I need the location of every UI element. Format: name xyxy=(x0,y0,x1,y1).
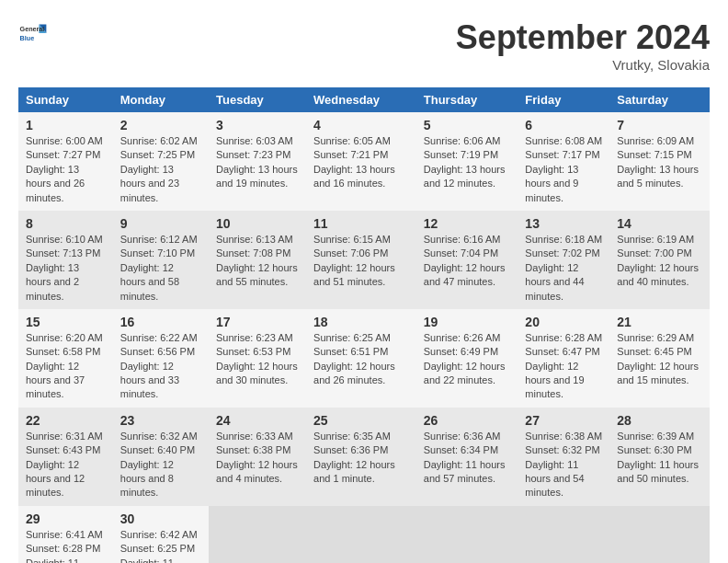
calendar-cell: 1Sunrise: 6:00 AMSunset: 7:27 PMDaylight… xyxy=(18,112,113,211)
day-number: 28 xyxy=(617,413,702,428)
cell-content: Sunrise: 6:39 AMSunset: 6:30 PMDaylight:… xyxy=(617,430,702,487)
cell-content: Sunrise: 6:42 AMSunset: 6:25 PMDaylight:… xyxy=(120,528,201,563)
day-number: 25 xyxy=(313,413,409,428)
calendar-cell xyxy=(609,506,710,563)
cell-content: Sunrise: 6:32 AMSunset: 6:40 PMDaylight:… xyxy=(120,430,201,500)
day-number: 15 xyxy=(26,315,106,329)
day-number: 2 xyxy=(120,118,201,132)
cell-content: Sunrise: 6:25 AMSunset: 6:51 PMDaylight:… xyxy=(313,331,409,388)
cell-content: Sunrise: 6:22 AMSunset: 6:56 PMDaylight:… xyxy=(120,331,201,402)
day-number: 13 xyxy=(525,216,602,231)
calendar-cell: 17Sunrise: 6:23 AMSunset: 6:53 PMDayligh… xyxy=(209,309,306,408)
calendar-cell: 19Sunrise: 6:26 AMSunset: 6:49 PMDayligh… xyxy=(416,309,518,408)
calendar-cell xyxy=(518,506,609,563)
cell-content: Sunrise: 6:10 AMSunset: 7:13 PMDaylight:… xyxy=(26,233,106,304)
cell-content: Sunrise: 6:09 AMSunset: 7:15 PMDaylight:… xyxy=(617,134,702,191)
day-number: 27 xyxy=(525,413,602,428)
calendar-cell: 8Sunrise: 6:10 AMSunset: 7:13 PMDaylight… xyxy=(18,211,113,309)
calendar-cell xyxy=(209,506,306,563)
calendar-cell: 3Sunrise: 6:03 AMSunset: 7:23 PMDaylight… xyxy=(209,112,306,211)
calendar-cell xyxy=(416,506,518,563)
calendar-week-row: 8Sunrise: 6:10 AMSunset: 7:13 PMDaylight… xyxy=(18,211,710,309)
calendar-cell: 26Sunrise: 6:36 AMSunset: 6:34 PMDayligh… xyxy=(416,408,518,506)
cell-content: Sunrise: 6:18 AMSunset: 7:02 PMDaylight:… xyxy=(525,233,602,304)
cell-content: Sunrise: 6:38 AMSunset: 6:32 PMDaylight:… xyxy=(525,430,602,500)
calendar-cell: 13Sunrise: 6:18 AMSunset: 7:02 PMDayligh… xyxy=(518,211,609,309)
day-number: 11 xyxy=(313,216,409,231)
cell-content: Sunrise: 6:28 AMSunset: 6:47 PMDaylight:… xyxy=(525,331,602,402)
day-number: 18 xyxy=(313,315,409,329)
cell-content: Sunrise: 6:13 AMSunset: 7:08 PMDaylight:… xyxy=(216,233,299,290)
cell-content: Sunrise: 6:16 AMSunset: 7:04 PMDaylight:… xyxy=(424,233,511,290)
calendar-cell: 29Sunrise: 6:41 AMSunset: 6:28 PMDayligh… xyxy=(18,506,113,563)
day-number: 23 xyxy=(120,413,201,428)
calendar-cell: 14Sunrise: 6:19 AMSunset: 7:00 PMDayligh… xyxy=(609,211,710,309)
cell-content: Sunrise: 6:00 AMSunset: 7:27 PMDaylight:… xyxy=(26,134,106,205)
day-number: 1 xyxy=(26,118,106,132)
cell-content: Sunrise: 6:29 AMSunset: 6:45 PMDaylight:… xyxy=(617,331,702,388)
calendar-cell: 24Sunrise: 6:33 AMSunset: 6:38 PMDayligh… xyxy=(209,408,306,506)
calendar-cell: 7Sunrise: 6:09 AMSunset: 7:15 PMDaylight… xyxy=(609,112,710,211)
calendar-cell: 6Sunrise: 6:08 AMSunset: 7:17 PMDaylight… xyxy=(518,112,609,211)
calendar-cell: 4Sunrise: 6:05 AMSunset: 7:21 PMDaylight… xyxy=(306,112,416,211)
cell-content: Sunrise: 6:23 AMSunset: 6:53 PMDaylight:… xyxy=(216,331,299,388)
cell-content: Sunrise: 6:26 AMSunset: 6:49 PMDaylight:… xyxy=(424,331,511,388)
cell-content: Sunrise: 6:41 AMSunset: 6:28 PMDaylight:… xyxy=(26,528,106,563)
col-friday: Friday xyxy=(518,87,609,112)
page-header: General Blue September 2024 Vrutky, Slov… xyxy=(18,18,710,73)
col-sunday: Sunday xyxy=(18,87,113,112)
calendar-header-row: Sunday Monday Tuesday Wednesday Thursday… xyxy=(18,87,710,112)
location: Vrutky, Slovakia xyxy=(456,57,710,73)
calendar-cell: 5Sunrise: 6:06 AMSunset: 7:19 PMDaylight… xyxy=(416,112,518,211)
day-number: 14 xyxy=(617,216,702,231)
calendar-cell: 23Sunrise: 6:32 AMSunset: 6:40 PMDayligh… xyxy=(113,408,209,506)
calendar-cell: 10Sunrise: 6:13 AMSunset: 7:08 PMDayligh… xyxy=(209,211,306,309)
month-title: September 2024 xyxy=(456,18,710,57)
cell-content: Sunrise: 6:33 AMSunset: 6:38 PMDaylight:… xyxy=(216,430,299,487)
cell-content: Sunrise: 6:35 AMSunset: 6:36 PMDaylight:… xyxy=(313,430,409,487)
calendar-cell: 11Sunrise: 6:15 AMSunset: 7:06 PMDayligh… xyxy=(306,211,416,309)
calendar-cell: 2Sunrise: 6:02 AMSunset: 7:25 PMDaylight… xyxy=(113,112,209,211)
day-number: 24 xyxy=(216,413,299,428)
day-number: 6 xyxy=(525,118,602,132)
day-number: 26 xyxy=(424,413,511,428)
day-number: 5 xyxy=(424,118,511,132)
cell-content: Sunrise: 6:05 AMSunset: 7:21 PMDaylight:… xyxy=(313,134,409,191)
cell-content: Sunrise: 6:19 AMSunset: 7:00 PMDaylight:… xyxy=(617,233,702,290)
cell-content: Sunrise: 6:02 AMSunset: 7:25 PMDaylight:… xyxy=(120,134,201,205)
day-number: 3 xyxy=(216,118,299,132)
calendar-cell: 20Sunrise: 6:28 AMSunset: 6:47 PMDayligh… xyxy=(518,309,609,408)
col-tuesday: Tuesday xyxy=(209,87,306,112)
cell-content: Sunrise: 6:03 AMSunset: 7:23 PMDaylight:… xyxy=(216,134,299,191)
calendar-cell: 25Sunrise: 6:35 AMSunset: 6:36 PMDayligh… xyxy=(306,408,416,506)
cell-content: Sunrise: 6:06 AMSunset: 7:19 PMDaylight:… xyxy=(424,134,511,191)
day-number: 8 xyxy=(26,216,106,231)
calendar-cell: 30Sunrise: 6:42 AMSunset: 6:25 PMDayligh… xyxy=(113,506,209,563)
day-number: 19 xyxy=(424,315,511,329)
svg-text:Blue: Blue xyxy=(20,34,35,42)
calendar-cell: 18Sunrise: 6:25 AMSunset: 6:51 PMDayligh… xyxy=(306,309,416,408)
calendar-cell: 27Sunrise: 6:38 AMSunset: 6:32 PMDayligh… xyxy=(518,408,609,506)
day-number: 4 xyxy=(313,118,409,132)
day-number: 17 xyxy=(216,315,299,329)
calendar-week-row: 29Sunrise: 6:41 AMSunset: 6:28 PMDayligh… xyxy=(18,506,710,563)
calendar-cell: 22Sunrise: 6:31 AMSunset: 6:43 PMDayligh… xyxy=(18,408,113,506)
logo-icon: General Blue xyxy=(18,18,48,48)
day-number: 10 xyxy=(216,216,299,231)
day-number: 22 xyxy=(26,413,106,428)
calendar-cell: 21Sunrise: 6:29 AMSunset: 6:45 PMDayligh… xyxy=(609,309,710,408)
day-number: 12 xyxy=(424,216,511,231)
day-number: 7 xyxy=(617,118,702,132)
col-saturday: Saturday xyxy=(609,87,710,112)
calendar-week-row: 15Sunrise: 6:20 AMSunset: 6:58 PMDayligh… xyxy=(18,309,710,408)
day-number: 29 xyxy=(26,511,106,526)
cell-content: Sunrise: 6:20 AMSunset: 6:58 PMDaylight:… xyxy=(26,331,106,402)
cell-content: Sunrise: 6:31 AMSunset: 6:43 PMDaylight:… xyxy=(26,430,106,500)
calendar-cell: 28Sunrise: 6:39 AMSunset: 6:30 PMDayligh… xyxy=(609,408,710,506)
col-wednesday: Wednesday xyxy=(306,87,416,112)
day-number: 20 xyxy=(525,315,602,329)
calendar-cell xyxy=(306,506,416,563)
day-number: 16 xyxy=(120,315,201,329)
day-number: 30 xyxy=(120,511,201,526)
calendar-cell: 15Sunrise: 6:20 AMSunset: 6:58 PMDayligh… xyxy=(18,309,113,408)
